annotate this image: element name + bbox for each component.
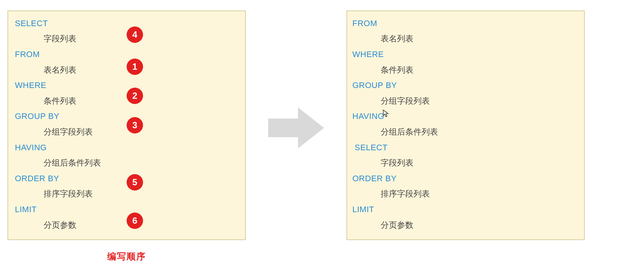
desc2-limit: 分页参数 xyxy=(347,217,584,233)
desc2-having: 分组后条件列表 xyxy=(347,124,584,140)
exec-order-panel: FROM 表名列表 WHERE 条件列表 GROUP BY 分组字段列表 HAV… xyxy=(346,10,585,240)
order-badge-groupby: 3 xyxy=(127,117,143,133)
svg-marker-0 xyxy=(268,107,324,148)
kw2-having: HAVING xyxy=(347,109,584,125)
order-badge-orderby: 5 xyxy=(127,174,143,191)
kw2-select: SELECT xyxy=(347,140,584,155)
desc2-groupby: 分组字段列表 xyxy=(347,93,584,109)
kw-select: SELECT xyxy=(8,16,245,31)
order-badge-select: 4 xyxy=(127,26,143,43)
kw-groupby: GROUP BY xyxy=(8,109,245,125)
right-column: FROM 表名列表 WHERE 条件列表 GROUP BY 分组字段列表 HAV… xyxy=(346,10,585,240)
kw-where: WHERE xyxy=(8,78,245,93)
order-badge-from: 1 xyxy=(127,59,143,75)
order-badge-limit: 6 xyxy=(127,213,143,229)
kw-from: FROM xyxy=(8,47,245,62)
left-column: SELECT 字段列表 FROM 表名列表 WHERE 条件列表 GROUP B… xyxy=(7,10,246,262)
kw2-where: WHERE xyxy=(347,47,584,62)
arrow-icon xyxy=(261,107,331,148)
desc2-from: 表名列表 xyxy=(347,31,584,47)
kw2-from: FROM xyxy=(347,16,584,31)
kw2-limit: LIMIT xyxy=(347,202,584,217)
kw-limit: LIMIT xyxy=(8,202,245,217)
write-order-panel: SELECT 字段列表 FROM 表名列表 WHERE 条件列表 GROUP B… xyxy=(7,10,246,240)
desc2-orderby: 排序字段列表 xyxy=(347,186,584,202)
desc2-where: 条件列表 xyxy=(347,62,584,78)
desc2-select: 字段列表 xyxy=(347,155,584,171)
kw-having: HAVING xyxy=(8,140,245,155)
kw2-orderby: ORDER BY xyxy=(347,171,584,186)
desc-having: 分组后条件列表 xyxy=(8,155,245,171)
desc-orderby: 排序字段列表 xyxy=(8,186,245,202)
kw2-groupby: GROUP BY xyxy=(347,78,584,93)
order-badge-where: 2 xyxy=(127,88,143,104)
caption-write-order: 编写顺序 xyxy=(107,251,146,262)
